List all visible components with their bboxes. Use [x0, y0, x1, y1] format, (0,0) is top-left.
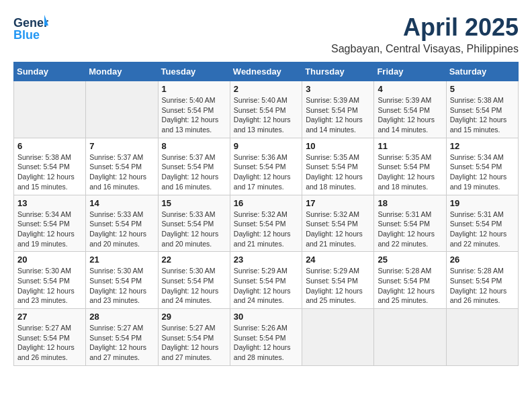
- calendar-cell: 7Sunrise: 5:37 AM Sunset: 5:54 PM Daylig…: [86, 138, 158, 195]
- day-number: 3: [306, 84, 370, 94]
- calendar-cell: 10Sunrise: 5:35 AM Sunset: 5:54 PM Dayli…: [302, 138, 374, 195]
- calendar-cell: 16Sunrise: 5:32 AM Sunset: 5:54 PM Dayli…: [230, 195, 302, 252]
- day-number: 17: [306, 198, 370, 208]
- weekday-header-monday: Monday: [86, 62, 158, 81]
- calendar-cell: 13Sunrise: 5:34 AM Sunset: 5:54 PM Dayli…: [14, 195, 86, 252]
- week-row-2: 6Sunrise: 5:38 AM Sunset: 5:54 PM Daylig…: [14, 138, 519, 195]
- day-info: Sunrise: 5:28 AM Sunset: 5:54 PM Dayligh…: [378, 266, 442, 306]
- day-info: Sunrise: 5:37 AM Sunset: 5:54 PM Dayligh…: [89, 152, 154, 192]
- day-info: Sunrise: 5:40 AM Sunset: 5:54 PM Dayligh…: [162, 95, 226, 135]
- day-info: Sunrise: 5:32 AM Sunset: 5:54 PM Dayligh…: [234, 210, 298, 249]
- calendar-cell: 19Sunrise: 5:31 AM Sunset: 5:54 PM Dayli…: [446, 195, 518, 252]
- weekday-header-tuesday: Tuesday: [158, 62, 230, 81]
- day-info: Sunrise: 5:34 AM Sunset: 5:54 PM Dayligh…: [450, 152, 515, 192]
- day-info: Sunrise: 5:33 AM Sunset: 5:54 PM Dayligh…: [162, 210, 226, 249]
- day-number: 19: [450, 198, 515, 208]
- day-info: Sunrise: 5:33 AM Sunset: 5:54 PM Dayligh…: [89, 210, 154, 249]
- day-number: 15: [162, 198, 226, 208]
- day-number: 13: [17, 198, 82, 208]
- day-number: 20: [17, 255, 82, 265]
- day-info: Sunrise: 5:28 AM Sunset: 5:54 PM Dayligh…: [450, 266, 515, 306]
- day-info: Sunrise: 5:30 AM Sunset: 5:54 PM Dayligh…: [162, 266, 226, 306]
- day-info: Sunrise: 5:37 AM Sunset: 5:54 PM Dayligh…: [162, 152, 226, 192]
- day-number: 23: [234, 255, 298, 265]
- month-year: April 2025: [331, 13, 519, 42]
- calendar-cell: 26Sunrise: 5:28 AM Sunset: 5:54 PM Dayli…: [446, 252, 518, 309]
- calendar-cell: [302, 309, 374, 366]
- calendar-body: 1Sunrise: 5:40 AM Sunset: 5:54 PM Daylig…: [14, 81, 519, 366]
- day-number: 1: [162, 84, 226, 94]
- calendar-cell: 14Sunrise: 5:33 AM Sunset: 5:54 PM Dayli…: [86, 195, 158, 252]
- weekday-header-saturday: Saturday: [446, 62, 518, 81]
- page-header: General Blue April 2025 Sagbayan, Centra…: [13, 13, 519, 55]
- calendar-cell: 12Sunrise: 5:34 AM Sunset: 5:54 PM Dayli…: [446, 138, 518, 195]
- day-info: Sunrise: 5:39 AM Sunset: 5:54 PM Dayligh…: [378, 95, 442, 135]
- day-info: Sunrise: 5:31 AM Sunset: 5:54 PM Dayligh…: [378, 210, 442, 249]
- day-info: Sunrise: 5:27 AM Sunset: 5:54 PM Dayligh…: [17, 323, 82, 363]
- calendar-cell: 2Sunrise: 5:40 AM Sunset: 5:54 PM Daylig…: [230, 81, 302, 138]
- calendar-header: SundayMondayTuesdayWednesdayThursdayFrid…: [14, 62, 519, 81]
- calendar-cell: [14, 81, 86, 138]
- logo: General Blue: [13, 13, 48, 43]
- calendar-cell: 11Sunrise: 5:35 AM Sunset: 5:54 PM Dayli…: [374, 138, 446, 195]
- day-number: 7: [89, 141, 154, 151]
- day-number: 11: [378, 141, 442, 151]
- weekday-header-friday: Friday: [374, 62, 446, 81]
- week-row-4: 20Sunrise: 5:30 AM Sunset: 5:54 PM Dayli…: [14, 252, 519, 309]
- calendar-cell: 22Sunrise: 5:30 AM Sunset: 5:54 PM Dayli…: [158, 252, 230, 309]
- day-info: Sunrise: 5:36 AM Sunset: 5:54 PM Dayligh…: [234, 152, 298, 192]
- calendar-cell: [374, 309, 446, 366]
- calendar-cell: 4Sunrise: 5:39 AM Sunset: 5:54 PM Daylig…: [374, 81, 446, 138]
- day-number: 28: [89, 312, 154, 322]
- day-number: 4: [378, 84, 442, 94]
- weekday-row: SundayMondayTuesdayWednesdayThursdayFrid…: [14, 62, 519, 81]
- day-number: 26: [450, 255, 515, 265]
- day-number: 24: [306, 255, 370, 265]
- calendar-cell: 27Sunrise: 5:27 AM Sunset: 5:54 PM Dayli…: [14, 309, 86, 366]
- calendar-cell: 20Sunrise: 5:30 AM Sunset: 5:54 PM Dayli…: [14, 252, 86, 309]
- day-number: 6: [17, 141, 82, 151]
- calendar-cell: [86, 81, 158, 138]
- day-info: Sunrise: 5:32 AM Sunset: 5:54 PM Dayligh…: [306, 210, 370, 249]
- calendar-cell: 23Sunrise: 5:29 AM Sunset: 5:54 PM Dayli…: [230, 252, 302, 309]
- calendar-cell: 28Sunrise: 5:27 AM Sunset: 5:54 PM Dayli…: [86, 309, 158, 366]
- day-info: Sunrise: 5:35 AM Sunset: 5:54 PM Dayligh…: [306, 152, 370, 192]
- week-row-5: 27Sunrise: 5:27 AM Sunset: 5:54 PM Dayli…: [14, 309, 519, 366]
- day-info: Sunrise: 5:39 AM Sunset: 5:54 PM Dayligh…: [306, 95, 370, 135]
- calendar-cell: 1Sunrise: 5:40 AM Sunset: 5:54 PM Daylig…: [158, 81, 230, 138]
- day-number: 29: [162, 312, 226, 322]
- calendar-cell: 3Sunrise: 5:39 AM Sunset: 5:54 PM Daylig…: [302, 81, 374, 138]
- day-number: 30: [234, 312, 298, 322]
- calendar-cell: 5Sunrise: 5:38 AM Sunset: 5:54 PM Daylig…: [446, 81, 518, 138]
- day-number: 25: [378, 255, 442, 265]
- week-row-1: 1Sunrise: 5:40 AM Sunset: 5:54 PM Daylig…: [14, 81, 519, 138]
- day-info: Sunrise: 5:30 AM Sunset: 5:54 PM Dayligh…: [17, 266, 82, 306]
- calendar-cell: 9Sunrise: 5:36 AM Sunset: 5:54 PM Daylig…: [230, 138, 302, 195]
- day-number: 8: [162, 141, 226, 151]
- svg-text:Blue: Blue: [13, 28, 40, 42]
- calendar-cell: 18Sunrise: 5:31 AM Sunset: 5:54 PM Dayli…: [374, 195, 446, 252]
- location: Sagbayan, Central Visayas, Philippines: [331, 43, 519, 55]
- day-info: Sunrise: 5:27 AM Sunset: 5:54 PM Dayligh…: [162, 323, 226, 363]
- title-block: April 2025 Sagbayan, Central Visayas, Ph…: [331, 13, 519, 55]
- calendar-cell: 21Sunrise: 5:30 AM Sunset: 5:54 PM Dayli…: [86, 252, 158, 309]
- day-number: 27: [17, 312, 82, 322]
- calendar-cell: 25Sunrise: 5:28 AM Sunset: 5:54 PM Dayli…: [374, 252, 446, 309]
- day-info: Sunrise: 5:29 AM Sunset: 5:54 PM Dayligh…: [234, 266, 298, 306]
- day-info: Sunrise: 5:38 AM Sunset: 5:54 PM Dayligh…: [17, 152, 82, 192]
- day-info: Sunrise: 5:31 AM Sunset: 5:54 PM Dayligh…: [450, 210, 515, 249]
- calendar-cell: 8Sunrise: 5:37 AM Sunset: 5:54 PM Daylig…: [158, 138, 230, 195]
- day-info: Sunrise: 5:29 AM Sunset: 5:54 PM Dayligh…: [306, 266, 370, 306]
- calendar-cell: 30Sunrise: 5:26 AM Sunset: 5:54 PM Dayli…: [230, 309, 302, 366]
- weekday-header-thursday: Thursday: [302, 62, 374, 81]
- calendar-cell: 24Sunrise: 5:29 AM Sunset: 5:54 PM Dayli…: [302, 252, 374, 309]
- day-number: 5: [450, 84, 515, 94]
- day-number: 9: [234, 141, 298, 151]
- day-info: Sunrise: 5:27 AM Sunset: 5:54 PM Dayligh…: [89, 323, 154, 363]
- day-number: 12: [450, 141, 515, 151]
- day-number: 14: [89, 198, 154, 208]
- weekday-header-sunday: Sunday: [14, 62, 86, 81]
- week-row-3: 13Sunrise: 5:34 AM Sunset: 5:54 PM Dayli…: [14, 195, 519, 252]
- weekday-header-wednesday: Wednesday: [230, 62, 302, 81]
- calendar-cell: [446, 309, 518, 366]
